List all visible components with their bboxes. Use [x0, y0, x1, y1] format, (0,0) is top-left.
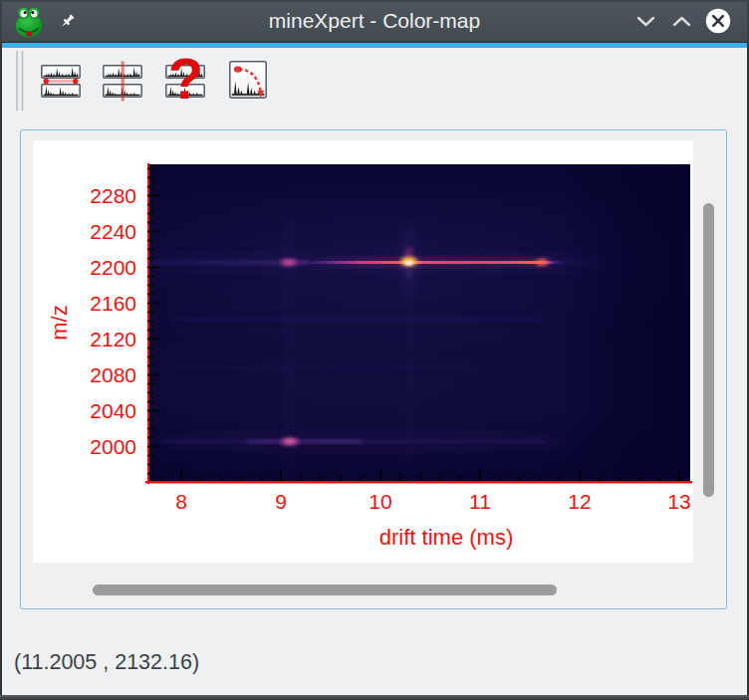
svg-text:?: ? [168, 48, 203, 111]
